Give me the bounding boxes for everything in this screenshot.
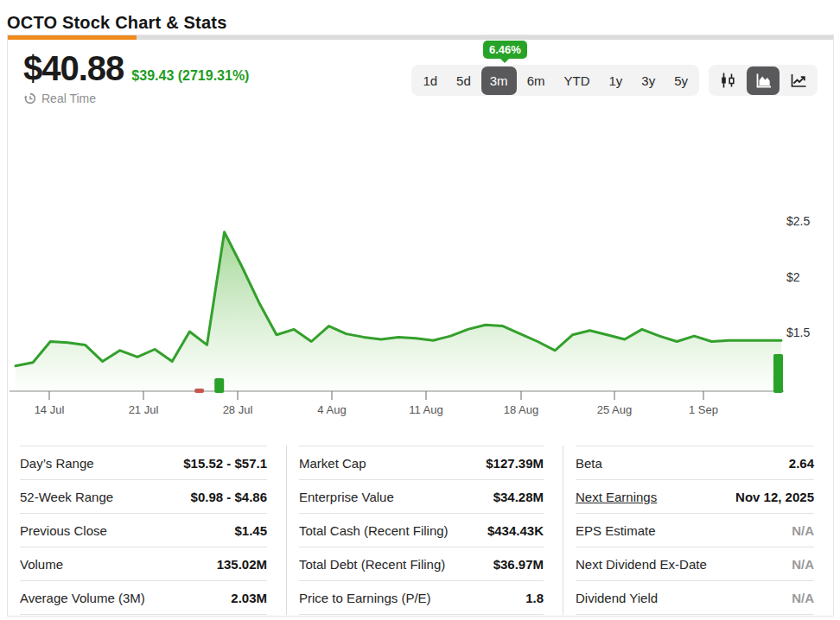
- stat-value: 2.03M: [231, 591, 267, 605]
- stat-label: Previous Close: [20, 523, 107, 538]
- stat-row: Next Dividend Ex-DateN/A: [576, 547, 814, 581]
- stat-row: Dividend YieldN/A: [576, 581, 814, 615]
- volume-bar: [194, 389, 204, 393]
- range-button-1d[interactable]: 1d: [414, 67, 446, 93]
- stat-label: Total Cash (Recent Filing): [299, 523, 449, 538]
- y-axis-label: $2: [786, 270, 800, 284]
- stats-column-ranges: Day’s Range$15.52 - $57.152-Week Range$0…: [8, 446, 286, 615]
- stat-value: $0.98 - $4.86: [191, 490, 267, 504]
- stat-row: Previous Close$1.45: [20, 514, 267, 547]
- stat-label: Enterprise Value: [299, 490, 394, 504]
- stat-label: Next Dividend Ex-Date: [576, 557, 707, 572]
- range-button-5y[interactable]: 5y: [665, 67, 697, 93]
- range-button-3y[interactable]: 3y: [633, 67, 664, 93]
- stat-label: 52-Week Range: [20, 490, 113, 504]
- volume-bar: [214, 378, 224, 393]
- stat-row: Market Cap$127.39M: [299, 446, 544, 480]
- stat-row: Next EarningsNov 12, 2025: [576, 480, 814, 514]
- stat-label: Day’s Range: [20, 456, 94, 471]
- range-button-1y[interactable]: 1y: [600, 67, 631, 93]
- stat-label: Price to Earnings (P/E): [299, 591, 431, 605]
- y-axis-label: $2.5: [786, 214, 810, 228]
- stat-value: Nov 12, 2025: [735, 490, 814, 504]
- stat-row: Price to Earnings (P/E)1.8: [299, 581, 544, 615]
- next-earnings-link[interactable]: Next Earnings: [576, 490, 657, 504]
- x-axis-label: 11 Aug: [409, 403, 443, 416]
- stat-value: N/A: [792, 523, 814, 538]
- stat-row: 52-Week Range$0.98 - $4.86: [20, 480, 267, 514]
- stat-row: Enterprise Value$34.28M: [299, 480, 544, 514]
- stat-label: Total Debt (Recent Filing): [299, 557, 445, 572]
- stat-label: Dividend Yield: [576, 591, 658, 605]
- scroll-progress-fill: [8, 35, 137, 40]
- stock-chart-card: $40.88 $39.43 (2719.31%) Real Time 6.46%…: [7, 35, 834, 617]
- stat-label: Average Volume (3M): [20, 591, 145, 605]
- stat-label: EPS Estimate: [576, 523, 656, 538]
- history-clock-icon: [23, 92, 37, 105]
- stat-row: Average Volume (3M)2.03M: [20, 581, 267, 615]
- stat-row: Volume135.02M: [20, 547, 267, 581]
- stat-value: $15.52 - $57.1: [183, 456, 267, 471]
- scroll-progress-track: [8, 35, 833, 40]
- line-chart-icon: [788, 70, 809, 91]
- stat-value: $34.28M: [493, 490, 544, 504]
- stat-row: EPS EstimateN/A: [576, 514, 814, 547]
- stat-row: Beta2.64: [576, 446, 814, 480]
- x-axis-label: 18 Aug: [504, 403, 539, 416]
- stat-row: Total Debt (Recent Filing)$36.97M: [299, 547, 544, 581]
- chart-type-selector: [709, 65, 818, 96]
- x-axis-label: 28 Jul: [223, 403, 253, 416]
- volume-bar: [773, 354, 783, 393]
- y-axis-label: $1.5: [786, 326, 810, 339]
- quote-block: $40.88 $39.43 (2719.31%) Real Time: [23, 51, 249, 105]
- range-button-6m[interactable]: 6m: [519, 67, 554, 93]
- stat-label: Volume: [20, 557, 63, 572]
- stat-value: N/A: [792, 591, 814, 605]
- area-chart-button[interactable]: [747, 66, 780, 95]
- stat-value: N/A: [792, 557, 814, 572]
- stat-value: $36.97M: [493, 557, 544, 572]
- x-axis-label: 1 Sep: [689, 403, 718, 416]
- area-chart-icon: [753, 70, 773, 91]
- stat-value: $127.39M: [486, 456, 544, 471]
- stat-label: Market Cap: [299, 456, 366, 471]
- x-axis-label: 21 Jul: [129, 403, 159, 416]
- current-price: $40.88: [23, 51, 124, 85]
- line-chart-button[interactable]: [782, 67, 815, 93]
- stat-row: Day’s Range$15.52 - $57.1: [20, 446, 267, 480]
- stat-label: Beta: [576, 456, 602, 471]
- range-button-5d[interactable]: 5d: [448, 67, 480, 93]
- range-button-ytd[interactable]: YTD: [555, 67, 598, 93]
- range-change-badge: 6.46%: [483, 41, 527, 59]
- stat-value: 2.64: [789, 456, 814, 471]
- x-axis-label: 4 Aug: [317, 403, 346, 416]
- stat-value: $1.45: [234, 523, 267, 538]
- candlestick-chart-button[interactable]: [711, 67, 744, 93]
- price-chart[interactable]: 14 Jul21 Jul28 Jul4 Aug11 Aug18 Aug25 Au…: [8, 125, 835, 427]
- range-button-3m[interactable]: 3m: [481, 66, 517, 95]
- stats-section: Day’s Range$15.52 - $57.152-Week Range$0…: [8, 446, 833, 615]
- realtime-label: Real Time: [41, 92, 96, 105]
- stat-value: 135.02M: [217, 557, 267, 572]
- x-axis-label: 25 Aug: [597, 403, 633, 416]
- price-change: $39.43 (2719.31%): [131, 68, 249, 84]
- price-area-fill: [16, 232, 781, 391]
- stats-column-valuation: Market Cap$127.39MEnterprise Value$34.28…: [286, 446, 563, 615]
- page-title: OCTO Stock Chart & Stats: [7, 13, 226, 33]
- stat-value: $434.43K: [487, 523, 544, 538]
- x-axis-label: 14 Jul: [35, 403, 65, 416]
- stat-value: 1.8: [525, 591, 544, 605]
- stat-row: Total Cash (Recent Filing)$434.43K: [299, 514, 544, 547]
- stats-column-outlook: Beta2.64Next EarningsNov 12, 2025EPS Est…: [563, 446, 833, 615]
- time-range-selector: 1d5d3m6mYTD1y3y5y: [411, 65, 699, 96]
- candlestick-icon: [717, 70, 738, 91]
